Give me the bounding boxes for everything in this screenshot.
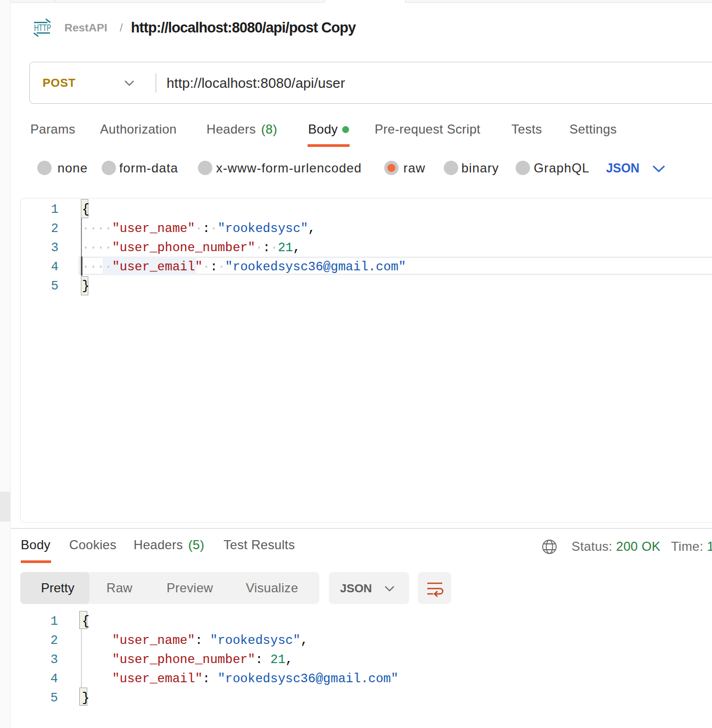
svg-text:HTTP: HTTP [34,23,51,33]
